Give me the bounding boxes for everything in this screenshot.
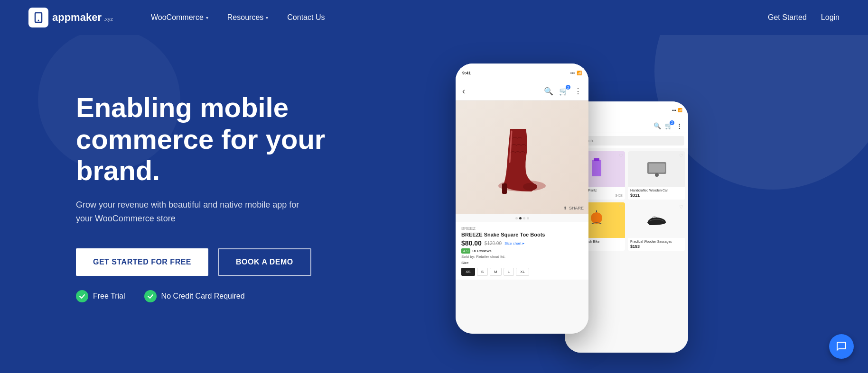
more-icon: ⋮ — [574, 87, 582, 96]
svg-rect-6 — [594, 158, 599, 161]
product-4-price: $153 — [630, 244, 640, 249]
signal-icon: ▪▪▪ — [672, 108, 676, 112]
size-l[interactable]: L — [504, 268, 514, 276]
product-1-old-price: $428 — [615, 194, 623, 197]
product-price: $80.00 — [461, 239, 482, 247]
product-2-price: $311 — [630, 193, 640, 198]
logo-link[interactable]: appmaker .xyz — [28, 8, 113, 27]
product-seller: Sold by: Retailer cloud ltd. — [461, 255, 583, 259]
get-started-button[interactable]: GET STARTED FOR FREE — [76, 248, 208, 276]
nav-right: Get Started Login — [768, 13, 840, 22]
size-xs[interactable]: XS — [461, 268, 475, 276]
dot-1 — [515, 217, 518, 219]
chat-widget[interactable] — [829, 334, 854, 359]
cart-icon: 🛒 2 — [559, 87, 569, 96]
no-credit-card-label: No Credit Card Required — [161, 292, 245, 300]
size-m[interactable]: M — [490, 268, 502, 276]
phone-1-nav-icons: 🔍 🛒 2 ⋮ — [544, 87, 582, 96]
search-icon: 🔍 — [653, 122, 661, 129]
back-icon: ‹ — [462, 86, 465, 96]
dot-4 — [527, 217, 529, 219]
review-count: 16 Reviews — [472, 249, 491, 253]
heart-icon: ♡ — [619, 153, 623, 158]
product-4-name: Practical Wooden Sausages — [630, 240, 683, 243]
hero-section: Enabling mobile commerce for your brand.… — [0, 35, 868, 373]
size-s[interactable]: S — [477, 268, 488, 276]
product-2-name: Handcrafted Wooden Car — [630, 189, 683, 192]
svg-point-4 — [523, 183, 537, 191]
hero-title: Enabling mobile commerce for your brand. — [76, 92, 370, 187]
rating-badge: 4.9 — [461, 248, 470, 254]
book-demo-button[interactable]: BOOK A DEMO — [218, 248, 311, 276]
phone-mockup-1: 9:41 ▪▪▪ 📶 ‹ 🔍 🛒 2 ⋮ — [456, 64, 588, 334]
share-icon: ⬆ — [563, 206, 567, 210]
svg-point-9 — [655, 173, 659, 177]
nav-get-started-link[interactable]: Get Started — [768, 13, 807, 22]
phone-1-product-image: ⬆ SHARE — [456, 100, 588, 214]
nav-resources[interactable]: Resources ▾ — [227, 13, 268, 22]
no-credit-card-badge: No Credit Card Required — [144, 290, 245, 302]
hero-phones: 9:41 ▪▪▪ 📶 ‹ 🔍 🛒 2 ⋮ — [408, 64, 840, 348]
phone-1-dots — [456, 214, 588, 222]
navigation: appmaker .xyz WooCommerce ▾ Resources ▾ … — [0, 0, 868, 35]
check-icon-no-credit-card — [144, 290, 157, 302]
signal-icon: ▪▪▪ — [570, 71, 575, 75]
phone-1-navbar: ‹ 🔍 🛒 2 ⋮ — [456, 82, 588, 100]
free-trial-badge: Free Trial — [76, 290, 125, 302]
logo-text: appmaker — [52, 11, 102, 23]
product-rating: 4.9 16 Reviews — [461, 248, 583, 254]
size-chart-link: Size chart ▸ — [504, 241, 524, 246]
check-icon-free-trial — [76, 290, 88, 302]
phone-1-status-icons: ▪▪▪ 📶 — [570, 71, 582, 75]
heart-icon: ♡ — [619, 204, 623, 209]
product-boot-image — [489, 110, 555, 205]
nav-contact-us[interactable]: Contact Us — [287, 13, 325, 22]
chevron-down-icon: ▾ — [266, 15, 268, 20]
phone-1-product-info: BREEZ BREEZE Snake Square Toe Boots $80.… — [456, 222, 588, 280]
heart-icon: ♡ — [679, 204, 683, 209]
nav-login-link[interactable]: Login — [821, 13, 840, 22]
size-xl[interactable]: XL — [516, 268, 529, 276]
product-image-2 — [628, 151, 685, 187]
product-old-price: $120.00 — [485, 241, 502, 246]
hero-subtitle: Grow your revenue with beautiful and nat… — [76, 198, 313, 226]
logo-icon — [28, 8, 48, 27]
search-icon: 🔍 — [544, 87, 553, 96]
size-label: Size — [461, 261, 583, 265]
svg-rect-5 — [592, 160, 601, 176]
hero-badges: Free Trial No Credit Card Required — [76, 290, 408, 302]
wifi-icon: 📶 — [577, 71, 582, 75]
product-card-2: ♡ Handcrafted Wooden Car $311 — [628, 151, 685, 200]
product-brand: BREEZ — [461, 226, 583, 231]
phone-2-nav-icons: 🔍 🛒 2 ⋮ — [653, 122, 682, 129]
nav-woocommerce[interactable]: WooCommerce ▾ — [151, 13, 208, 22]
hero-buttons: GET STARTED FOR FREE BOOK A DEMO — [76, 248, 408, 276]
svg-rect-3 — [502, 183, 507, 194]
product-image-4 — [628, 202, 685, 238]
dot-2 — [519, 217, 522, 219]
wifi-icon: 📶 — [678, 108, 682, 112]
chevron-down-icon: ▾ — [206, 15, 208, 20]
nav-links: WooCommerce ▾ Resources ▾ Contact Us — [151, 13, 768, 22]
phone-sizes: XS S M L XL — [461, 268, 583, 276]
phone-1-statusbar: 9:41 ▪▪▪ 📶 — [456, 64, 588, 82]
hero-content: Enabling mobile commerce for your brand.… — [76, 73, 408, 302]
more-icon: ⋮ — [676, 122, 682, 129]
share-button: ⬆ SHARE — [563, 206, 584, 210]
phone-2-status-icons: ▪▪▪ 📶 — [672, 108, 682, 112]
free-trial-label: Free Trial — [93, 292, 125, 300]
product-card-4: ♡ Practical Wooden Sausages $153 — [628, 202, 685, 251]
svg-point-10 — [591, 212, 602, 224]
svg-rect-8 — [649, 164, 665, 173]
logo-subtext: .xyz — [103, 16, 113, 22]
dot-3 — [523, 217, 525, 219]
product-name: BREEZE Snake Square Toe Boots — [461, 232, 583, 237]
heart-icon: ♡ — [679, 153, 683, 158]
cart-icon: 🛒 2 — [665, 122, 672, 129]
